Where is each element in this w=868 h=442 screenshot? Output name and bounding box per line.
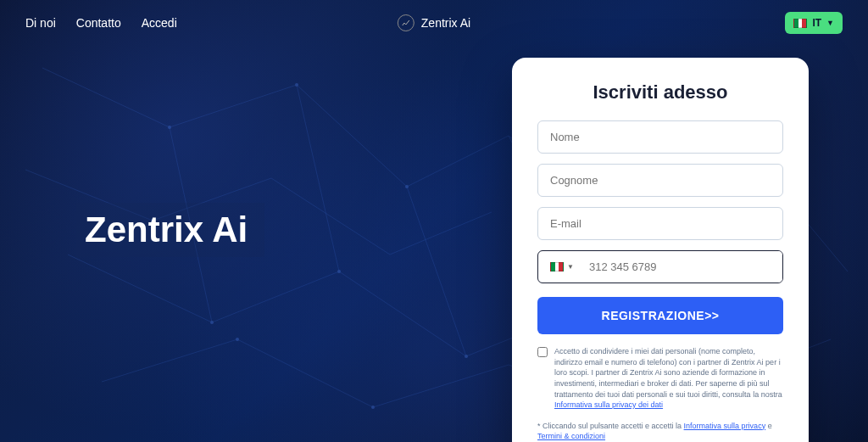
consent-checkbox[interactable] <box>537 347 548 357</box>
main: Zentrix Ai Iscriviti adesso ▼ REGISTRAZI… <box>0 46 868 442</box>
language-switcher[interactable]: IT ▼ <box>785 12 843 34</box>
phone-country-selector[interactable]: ▼ <box>538 251 582 283</box>
register-button[interactable]: REGISTRAZIONE>> <box>537 297 783 334</box>
chevron-down-icon: ▼ <box>826 19 834 27</box>
phone-field: ▼ <box>537 250 783 283</box>
signup-form: Iscriviti adesso ▼ REGISTRAZIONE>> Accet… <box>512 58 809 442</box>
footnote: * Cliccando sul pulsante accetti e accet… <box>537 421 783 442</box>
nav-contact[interactable]: Contatto <box>76 16 121 30</box>
italy-flag-icon <box>793 19 807 28</box>
first-name-input[interactable] <box>537 120 783 154</box>
form-title: Iscriviti adesso <box>537 81 783 104</box>
nav-about[interactable]: Di noi <box>25 16 56 30</box>
terms-link[interactable]: Termini & condizioni <box>537 432 605 440</box>
brand-name: Zentrix Ai <box>421 16 470 30</box>
last-name-input[interactable] <box>537 164 783 197</box>
hero-title: Zentrix Ai <box>76 203 264 257</box>
brand-logo-icon <box>398 14 415 31</box>
consent-row: Accetto di condividere i miei dati perso… <box>537 346 783 411</box>
privacy-link[interactable]: Informativa sulla privacy <box>684 422 766 430</box>
privacy-data-link[interactable]: Informativa sulla privacy dei dati <box>554 400 663 409</box>
brand: Zentrix Ai <box>398 14 470 31</box>
email-input[interactable] <box>537 207 783 240</box>
phone-input[interactable] <box>582 251 782 283</box>
language-label: IT <box>812 17 821 29</box>
header: Di noi Contatto Accedi Zentrix Ai IT ▼ <box>0 0 868 46</box>
nav-login[interactable]: Accedi <box>142 16 177 30</box>
italy-flag-icon <box>550 262 564 271</box>
chevron-down-icon: ▼ <box>567 263 574 271</box>
nav-links: Di noi Contatto Accedi <box>25 16 177 30</box>
consent-text: Accetto di condividere i miei dati perso… <box>554 346 783 411</box>
